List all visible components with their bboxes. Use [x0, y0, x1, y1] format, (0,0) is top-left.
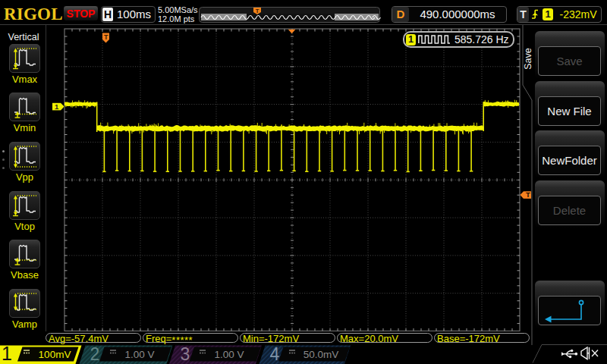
svg-text:1: 1 — [2, 345, 12, 364]
svg-text:1.00 V: 1.00 V — [214, 349, 244, 360]
svg-text:100mV: 100mV — [39, 349, 71, 360]
svg-text:2: 2 — [90, 345, 100, 364]
svg-text:1.00 V: 1.00 V — [124, 349, 154, 360]
svg-text:3: 3 — [181, 345, 190, 364]
svg-text:1: 1 — [55, 102, 59, 111]
svg-text:4: 4 — [270, 345, 280, 364]
svg-text:T: T — [104, 33, 109, 41]
svg-text:50.0mV: 50.0mV — [304, 349, 339, 360]
